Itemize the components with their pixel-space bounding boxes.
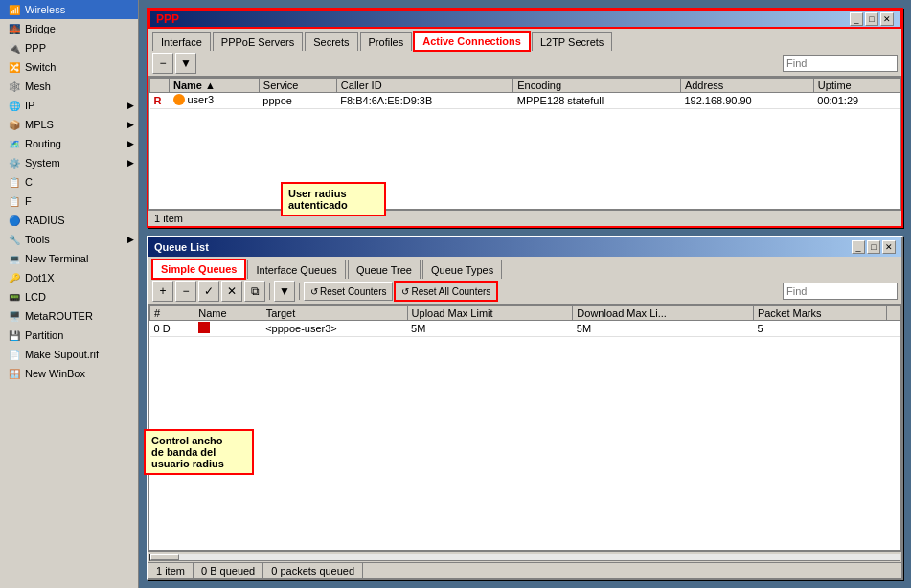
queue-col-name[interactable]: Name (194, 306, 262, 321)
ppp-icon: 🔌 (8, 41, 21, 55)
ppp-col-service[interactable]: Service (259, 79, 336, 93)
queue-find-input[interactable] (783, 283, 898, 300)
routing-icon: 🗺️ (8, 137, 21, 150)
sidebar-label-mpls: MPLS (25, 119, 54, 130)
ppp-table-container: Name ▲ServiceCaller IDEncodingAddressUpt… (148, 77, 901, 210)
queue-row-packets: 5 (753, 321, 886, 337)
sidebar-item-tools[interactable]: 🔧Tools▶ (0, 230, 138, 249)
sidebar-label-partition: Partition (25, 329, 63, 341)
sidebar-item-switch[interactable]: 🔀Switch (0, 57, 138, 77)
sidebar-label-radius: RADIUS (25, 215, 65, 226)
sidebar-item-bridge[interactable]: 🌉Bridge (0, 19, 138, 38)
queue-col-download-max[interactable]: Download Max Li... (573, 306, 754, 321)
sidebar-item-ppp[interactable]: 🔌PPP (0, 38, 138, 57)
ppp-toolbar: − ▼ (148, 51, 901, 77)
sidebar-label-tools: Tools (25, 234, 50, 245)
ppp-row-address: 192.168.90.90 (680, 93, 813, 109)
queue-tab-queue-types[interactable]: Queue Types (422, 260, 502, 279)
sidebar-label-bridge: Bridge (25, 23, 56, 34)
ppp-tab-l2tp-secrets[interactable]: L2TP Secrets (532, 32, 612, 51)
sidebar-item-mpls[interactable]: 📦MPLS▶ (0, 115, 138, 134)
sidebar-item-partition[interactable]: 💾Partition (0, 326, 138, 345)
sidebar-item-mesh[interactable]: 🕸️Mesh (0, 77, 138, 96)
queue-col-target[interactable]: Target (262, 306, 407, 321)
ppp-col-caller-id[interactable]: Caller ID (336, 79, 512, 93)
sidebar-label-lcd: LCD (25, 291, 46, 303)
queue-scrollbar-thumb[interactable] (150, 554, 179, 560)
queue-packets-queued: 0 packets queued (263, 563, 363, 578)
queue-reset-all-btn[interactable]: ↺ Reset All Counters (395, 282, 497, 301)
queue-filter-btn[interactable]: ▼ (274, 281, 295, 302)
sidebar-label-ip: IP (25, 100, 34, 111)
ppp-filter-btn[interactable]: ▼ (175, 53, 196, 74)
ppp-tab-active-connections[interactable]: Active Connections (414, 32, 530, 51)
table-row[interactable]: Ruser3pppoeF8:B4:6A:E5:D9:3BMPPE128 stat… (150, 93, 900, 109)
tools-arrow-icon: ▶ (127, 235, 134, 244)
sidebar-item-system[interactable]: ⚙️System▶ (0, 153, 138, 172)
queue-tab-simple-queues[interactable]: Simple Queues (152, 260, 245, 279)
queue-col-num[interactable]: # (150, 306, 194, 321)
switch-icon: 🔀 (8, 60, 21, 74)
wireless-icon: 📶 (8, 3, 21, 16)
queue-items-count: 1 item (148, 563, 194, 578)
ppp-close-btn[interactable]: ✕ (880, 12, 894, 26)
ppp-minimize-btn[interactable]: _ (850, 12, 863, 26)
ppp-tab-profiles[interactable]: Profiles (360, 32, 413, 51)
ppp-row-caller-id: F8:B4:6A:E5:D9:3B (336, 93, 512, 109)
ppp-tab-secrets[interactable]: Secrets (305, 32, 357, 51)
queue-copy-btn[interactable]: ⧉ (244, 281, 265, 302)
table-row[interactable]: 0 D<pppoe-user3>5M5M5 (150, 321, 900, 337)
ppp-collapse-btn[interactable]: − (152, 53, 173, 74)
ppp-find-input[interactable] (783, 55, 898, 72)
queue-maximize-btn[interactable]: □ (867, 240, 880, 254)
sidebar-item-dot1x[interactable]: 🔑Dot1X (0, 268, 138, 287)
queue-reset-counters-btn[interactable]: ↺ ↺ Reset Counters Reset Counters (304, 282, 393, 301)
queue-tab-queue-tree[interactable]: Queue Tree (348, 260, 421, 279)
ppp-maximize-btn[interactable]: □ (865, 12, 878, 26)
queue-cross-btn[interactable]: ✕ (221, 281, 242, 302)
ppp-col-address[interactable]: Address (680, 79, 813, 93)
sidebar-item-routing[interactable]: 🗺️Routing▶ (0, 134, 138, 153)
ppp-status-bar: 1 item (148, 210, 901, 226)
queue-minimize-btn[interactable]: _ (852, 240, 865, 254)
system-icon: ⚙️ (8, 156, 21, 170)
sidebar-label-new-winbox: New WinBox (25, 368, 85, 379)
sidebar-item-ip[interactable]: 🌐IP▶ (0, 96, 138, 115)
sidebar-item-wireless[interactable]: 📶Wireless (0, 0, 138, 19)
queue-remove-btn[interactable]: − (175, 281, 196, 302)
queue-table: #NameTargetUpload Max LimitDownload Max … (149, 305, 900, 337)
queue-tab-interface-queues[interactable]: Interface Queues (247, 260, 345, 279)
sidebar-label-metarouter: MetaROUTER (25, 310, 93, 322)
ppp-panel: PPP _ □ ✕ InterfacePPPoE ServersSecretsP… (147, 8, 903, 228)
sidebar-item-new-winbox[interactable]: 🪟New WinBox (0, 364, 138, 383)
dot1x-icon: 🔑 (8, 271, 21, 284)
sidebar-label-routing: Routing (25, 138, 61, 149)
queue-titlebar: Queue List _ □ ✕ (148, 237, 901, 257)
ppp-col-uptime[interactable]: Uptime (813, 79, 900, 93)
ppp-tab-pppoe-servers[interactable]: PPPoE Servers (213, 32, 303, 51)
sidebar-item-f[interactable]: 📋F (0, 192, 138, 211)
ppp-tab-interface[interactable]: Interface (152, 32, 211, 51)
sidebar-item-new-terminal[interactable]: 💻New Terminal (0, 249, 138, 268)
queue-check-btn[interactable]: ✓ (198, 281, 219, 302)
queue-h-scrollbar[interactable] (148, 551, 901, 562)
sidebar-item-make-supout[interactable]: 📄Make Supout.rif (0, 345, 138, 364)
ppp-col-name[interactable]: Name ▲ (170, 79, 260, 93)
queue-col-packet-marks[interactable]: Packet Marks (753, 306, 886, 321)
sidebar-item-lcd[interactable]: 📟LCD (0, 287, 138, 306)
queue-col-upload-max[interactable]: Upload Max Limit (407, 306, 573, 321)
queue-add-btn[interactable]: + (152, 281, 173, 302)
sidebar-label-new-terminal: New Terminal (25, 253, 88, 264)
queue-tab-bar: Simple QueuesInterface QueuesQueue TreeQ… (148, 257, 901, 279)
sidebar-item-c[interactable]: 📋C (0, 172, 138, 192)
sidebar-item-metarouter[interactable]: 🖥️MetaROUTER (0, 306, 138, 326)
ppp-col-encoding[interactable]: Encoding (513, 79, 681, 93)
mpls-icon: 📦 (8, 118, 21, 131)
queue-close-btn[interactable]: ✕ (882, 240, 896, 254)
sidebar: 📶Wireless🌉Bridge🔌PPP🔀Switch🕸️Mesh🌐IP▶📦MP… (0, 0, 139, 588)
sidebar-item-radius[interactable]: 🔵RADIUS (0, 211, 138, 230)
c-icon: 📋 (8, 175, 21, 189)
ppp-row-encoding: MPPE128 statefull (513, 93, 681, 109)
sidebar-label-system: System (25, 157, 60, 169)
queue-row-target: <pppoe-user3> (262, 321, 407, 337)
